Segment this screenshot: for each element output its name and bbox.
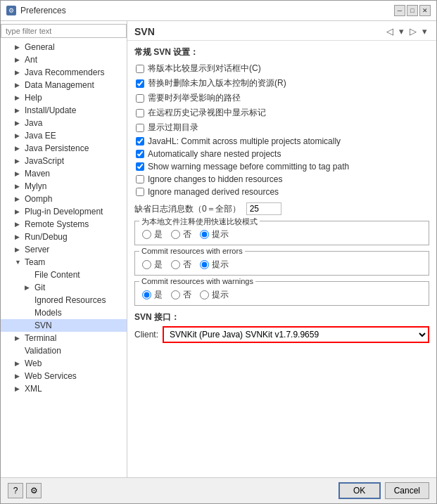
tree-chevron-icon: ▶ [15,221,22,228]
sidebar-item-web[interactable]: ▶Web [1,357,127,370]
radio-r3[interactable] [200,230,209,239]
preferences-window: ⚙ Preferences ─ □ ✕ ▶General▶Ant▶Java Re… [0,0,437,504]
tree-chevron-icon: ▶ [15,170,22,177]
sidebar-item-svn[interactable]: SVN [1,319,127,332]
radio-cw1[interactable] [142,290,151,299]
checkbox-cb2[interactable] [136,79,144,88]
client-select[interactable]: SVNKit (Pure Java) SVNKit v1.7.9.9659 [163,326,429,343]
checkbox-label-cb1: 将版本比较显示到对话框中(C) [148,63,261,75]
filter-input[interactable] [1,24,127,38]
sidebar-item-run-debug[interactable]: ▶Run/Debug [1,231,127,243]
help-button[interactable]: ? [8,483,23,498]
maximize-button[interactable]: □ [407,5,418,16]
radio-cw3[interactable] [200,290,209,299]
checkbox-row-cb7: Automatically share nested projects [134,149,429,159]
sidebar-item-java-recommenders[interactable]: ▶Java Recommenders [1,66,127,79]
radio-ce2[interactable] [171,260,180,269]
sidebar-item-label: Java Persistence [25,143,89,153]
sidebar-item-team[interactable]: ▼Team [1,256,127,269]
sidebar-item-help[interactable]: ▶Help [1,91,127,104]
tree-chevron-icon: ▶ [15,145,22,152]
sidebar-item-server[interactable]: ▶Server [1,243,127,256]
sidebar-item-maven[interactable]: ▶Maven [1,167,127,180]
sidebar-item-plugin-development[interactable]: ▶Plug-in Development [1,205,127,218]
checkbox-cb9[interactable] [136,175,144,183]
sidebar-item-general[interactable]: ▶General [1,41,127,53]
radio-label-ce3: 提示 [212,259,229,271]
checkbox-cb6[interactable] [136,137,144,146]
radio-ce1[interactable] [142,260,151,269]
checkbox-cb8[interactable] [136,162,144,171]
sidebar-item-java-persistence[interactable]: ▶Java Persistence [1,142,127,155]
nav-dropdown-button[interactable]: ▾ [397,25,406,37]
sidebar-item-label: Remote Systems [25,219,89,229]
radio-option-ce2: 否 [171,259,191,271]
ok-button[interactable]: OK [338,482,381,499]
window-controls: ─ □ ✕ [394,5,431,16]
sidebar-item-terminal[interactable]: ▶Terminal [1,332,127,344]
sidebar-item-data-management[interactable]: ▶Data Management [1,79,127,91]
checkbox-cb7[interactable] [136,150,144,158]
sidebar-item-label: XML [25,384,42,394]
tree-chevron-icon: ▶ [15,246,22,253]
tree-chevron-icon: ▶ [15,94,22,101]
sidebar-item-file-content[interactable]: File Content [1,269,127,281]
checkbox-label-cb8: Show warning message before committing t… [148,162,349,172]
tree-chevron-icon: ▶ [15,208,22,215]
sidebar-item-oomph[interactable]: ▶Oomph [1,193,127,205]
main-panel: SVN ◁ ▾ ▷ ▾ 常规 SVN 设置： 将版本比较显示到对话框中(C)替换… [127,21,436,477]
commit-errors-radio-group: 是否提示 [142,256,422,271]
checkbox-label-cb5: 显示过期目录 [148,122,198,134]
nav-back-button[interactable]: ◁ [384,25,395,37]
sidebar-item-web-services[interactable]: ▶Web Services [1,370,127,382]
sidebar-item-mylyn[interactable]: ▶Mylyn [1,180,127,193]
sidebar-item-javascript[interactable]: ▶JavaScript [1,155,127,167]
checkbox-cb4[interactable] [136,109,144,117]
checkbox-cb5[interactable] [136,124,144,132]
app-icon: ⚙ [6,6,16,15]
sidebar-item-xml[interactable]: ▶XML [1,382,127,395]
svn-interface-label: SVN 接口： [134,311,429,323]
sidebar-item-models[interactable]: Models [1,306,127,319]
sidebar-item-java-ee[interactable]: ▶Java EE [1,129,127,142]
checkbox-cb3[interactable] [136,94,144,103]
tree-chevron-icon: ▶ [15,360,22,367]
minimize-button[interactable]: ─ [394,5,405,16]
close-button[interactable]: ✕ [419,5,431,16]
radio-option-r1: 是 [142,228,163,240]
tree-chevron-icon: ▶ [15,195,22,202]
nav-forward-button[interactable]: ▷ [407,25,419,37]
local-diff-section: 为本地文件注释使用快速比较模式 是否提示 [134,221,429,245]
sidebar-item-install-update[interactable]: ▶Install/Update [1,104,127,117]
tree-chevron-icon: ▶ [15,157,22,164]
radio-r2[interactable] [171,230,180,239]
sidebar-item-ignored-resources[interactable]: Ignored Resources [1,294,127,306]
sidebar-item-java[interactable]: ▶Java [1,117,127,129]
log-count-input[interactable] [246,202,281,215]
sidebar: ▶General▶Ant▶Java Recommenders▶Data Mana… [1,21,127,477]
checkbox-label-cb6: JavaHL: Commit across multiple projects … [148,136,341,146]
checkbox-cb10[interactable] [136,188,144,196]
radio-ce3[interactable] [200,260,209,269]
checkbox-row-cb1: 将版本比较显示到对话框中(C) [134,63,429,75]
checkbox-label-cb10: Ignore managed derived resources [148,187,279,197]
content-area: ▶General▶Ant▶Java Recommenders▶Data Mana… [1,21,436,477]
cancel-button[interactable]: Cancel [385,482,429,499]
sidebar-item-validation[interactable]: Validation [1,344,127,357]
sidebar-item-label: Plug-in Development [25,207,103,217]
radio-label-cw1: 是 [154,289,163,301]
checkbox-label-cb9: Ignore changes to hidden resources [148,174,282,184]
radio-r1[interactable] [142,230,151,239]
nav-forward-dropdown-button[interactable]: ▾ [420,25,429,37]
log-count-label: 缺省日志消息数（0＝全部） [134,203,241,215]
checkbox-cb1[interactable] [136,65,144,73]
title-bar: ⚙ Preferences ─ □ ✕ [1,1,436,21]
sidebar-item-label: Maven [25,169,50,179]
sidebar-item-remote-systems[interactable]: ▶Remote Systems [1,218,127,231]
radio-option-cw3: 提示 [200,289,229,301]
checkbox-label-cb4: 在远程历史记录视图中显示标记 [148,107,266,119]
radio-cw2[interactable] [171,290,180,299]
settings-button[interactable]: ⚙ [26,483,42,498]
sidebar-item-ant[interactable]: ▶Ant [1,53,127,66]
sidebar-item-git[interactable]: ▶Git [1,281,127,294]
